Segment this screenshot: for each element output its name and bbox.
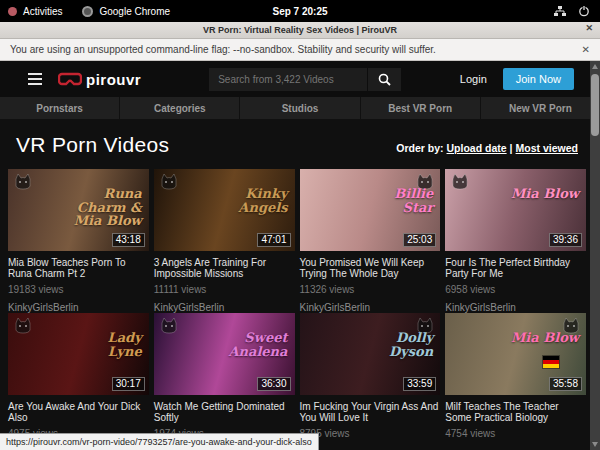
video-title[interactable]: Milf Teaches The Teacher Some Practical … (445, 401, 586, 423)
video-card[interactable]: Lady Lyne 30:17 Are You Awake And Your D… (8, 313, 149, 446)
scrollbar-thumb[interactable] (591, 74, 599, 136)
video-thumbnail[interactable]: Lady Lyne 30:17 (8, 313, 149, 395)
video-card[interactable]: Runa Charm & Mia Blow 43:18 Mia Blow Tea… (8, 169, 149, 313)
recording-indicator-icon (8, 7, 17, 16)
german-flag-icon (542, 355, 560, 369)
order-separator: | (510, 142, 513, 154)
video-title[interactable]: Four Is The Perfect Birthday Party For M… (445, 257, 586, 279)
video-title[interactable]: You Promised We Will Keep Trying The Who… (300, 257, 441, 279)
video-title[interactable]: Im Fucking Your Virgin Ass And You Will … (300, 401, 441, 423)
video-card[interactable]: Sweet Analena 36:30 Watch Me Getting Dom… (154, 313, 295, 446)
video-thumbnail[interactable]: Dolly Dyson 33:59 (300, 313, 441, 395)
power-icon[interactable] (578, 5, 590, 17)
tab-title: VR Porn: Virtual Reality Sex Videos | Pi… (203, 25, 397, 35)
warning-text: You are using an unsupported command-lin… (10, 44, 436, 55)
video-studio-link[interactable]: KinkyGirlsBerlin (300, 302, 441, 313)
chrome-app-icon (82, 6, 93, 17)
order-by-label: Order by: (396, 142, 443, 154)
focused-app-menu[interactable]: Google Chrome (99, 6, 170, 17)
duration-badge: 30:17 (112, 377, 145, 391)
thumbnail-performer-name: Mia Blow (511, 331, 579, 345)
video-grid: Runa Charm & Mia Blow 43:18 Mia Blow Tea… (8, 169, 586, 446)
video-thumbnail[interactable]: Mia Blow 39:36 (445, 169, 586, 251)
activities-button[interactable]: Activities (23, 6, 62, 17)
thumbnail-performer-name: Kinky Angels (218, 187, 288, 214)
clock[interactable]: Sep 7 20:25 (272, 6, 327, 17)
site-header: pirouvr Login Join Now (0, 61, 600, 97)
duration-badge: 35:58 (549, 377, 582, 391)
search-input[interactable] (209, 68, 367, 91)
search-icon (378, 73, 391, 86)
duration-badge: 33:59 (403, 377, 436, 391)
thumbnail-performer-name: Lady Lyne (72, 331, 142, 358)
video-title[interactable]: Are You Awake And Your Dick Also (8, 401, 149, 423)
video-studio-link[interactable]: KinkyGirlsBerlin (8, 302, 149, 313)
nav-item-new-vr-porn[interactable]: New VR Porn (481, 97, 600, 119)
video-studio-link[interactable]: KinkyGirlsBerlin (445, 302, 586, 313)
video-thumbnail[interactable]: Kinky Angels 47:01 (154, 169, 295, 251)
video-views: 4754 views (445, 428, 586, 439)
video-title[interactable]: 3 Angels Are Training For Impossible Mis… (154, 257, 295, 279)
video-card[interactable]: Mia Blow 39:36 Four Is The Perfect Birth… (445, 169, 586, 313)
duration-badge: 36:30 (257, 377, 290, 391)
thumbnail-performer-name: Dolly Dyson (363, 331, 433, 358)
join-now-button[interactable]: Join Now (503, 68, 574, 90)
video-thumbnail[interactable]: Sweet Analena 36:30 (154, 313, 295, 395)
video-views: 11326 views (300, 284, 441, 295)
video-thumbnail[interactable]: Billie Star 25:03 (300, 169, 441, 251)
nav-item-best-vr-porn[interactable]: Best VR Porn (361, 97, 481, 119)
search-box (209, 68, 401, 91)
thumbnail-performer-name: Billie Star (363, 187, 433, 214)
thumbnail-performer-name: Runa Charm & Mia Blow (72, 187, 142, 228)
scroll-down-icon[interactable] (592, 442, 598, 447)
duration-badge: 25:03 (403, 233, 436, 247)
studio-watermark-icon (13, 317, 33, 334)
search-button[interactable] (367, 68, 401, 91)
warning-close-icon[interactable]: ✕ (582, 44, 590, 55)
page-heading-row: VR Porn Videos Order by: Upload date|Mos… (0, 119, 600, 169)
network-icon[interactable] (554, 5, 566, 17)
duration-badge: 47:01 (257, 233, 290, 247)
thumbnail-performer-name: Sweet Analena (218, 331, 288, 358)
video-card[interactable]: Mia Blow 35:58 Milf Teaches The Teacher … (445, 313, 586, 446)
system-top-bar: Activities Google Chrome Sep 7 20:25 (0, 0, 600, 22)
studio-watermark-icon (13, 173, 33, 190)
window-close-icon[interactable]: ✕ (585, 23, 593, 33)
video-views: 8795 views (300, 428, 441, 439)
video-title[interactable]: Watch Me Getting Dominated Softly (154, 401, 295, 423)
order-by: Order by: Upload date|Most viewed (396, 142, 578, 157)
video-card[interactable]: Kinky Angels 47:01 3 Angels Are Training… (154, 169, 295, 313)
main-nav: PornstarsCategoriesStudiosBest VR PornNe… (0, 97, 600, 119)
studio-watermark-icon (159, 173, 179, 190)
browser-title-bar: VR Porn: Virtual Reality Sex Videos | Pi… (0, 22, 600, 39)
login-button[interactable]: Login (454, 69, 493, 89)
studio-watermark-icon (159, 317, 179, 334)
page-scrollbar[interactable] (590, 61, 600, 450)
site-logo[interactable]: pirouvr (58, 71, 141, 88)
site-logo-text: pirouvr (86, 71, 141, 88)
duration-badge: 39:36 (549, 233, 582, 247)
order-link-upload-date[interactable]: Upload date (447, 142, 507, 154)
video-thumbnail[interactable]: Runa Charm & Mia Blow 43:18 (8, 169, 149, 251)
video-views: 19183 views (8, 284, 149, 295)
duration-badge: 43:18 (112, 233, 145, 247)
video-title[interactable]: Mia Blow Teaches Porn To Runa Charm Pt 2 (8, 257, 149, 279)
video-card[interactable]: Dolly Dyson 33:59 Im Fucking Your Virgin… (300, 313, 441, 446)
video-card[interactable]: Billie Star 25:03 You Promised We Will K… (300, 169, 441, 313)
nav-item-studios[interactable]: Studios (240, 97, 360, 119)
page-viewport: pirouvr Login Join Now PornstarsCategori… (0, 61, 600, 450)
nav-item-categories[interactable]: Categories (120, 97, 240, 119)
page-title: VR Porn Videos (16, 133, 169, 157)
sandbox-warning-bar: You are using an unsupported command-lin… (0, 39, 600, 61)
video-views: 6958 views (445, 284, 586, 295)
scroll-up-icon[interactable] (592, 64, 598, 69)
video-thumbnail[interactable]: Mia Blow 35:58 (445, 313, 586, 395)
menu-hamburger-icon[interactable] (28, 73, 42, 85)
thumbnail-performer-name: Mia Blow (511, 187, 579, 201)
order-link-most-viewed[interactable]: Most viewed (516, 142, 578, 154)
nav-item-pornstars[interactable]: Pornstars (0, 97, 120, 119)
status-url-bubble: https://pirouvr.com/vr-porn-video/779325… (0, 433, 319, 450)
video-views: 11111 views (154, 284, 295, 295)
video-studio-link[interactable]: KinkyGirlsBerlin (154, 302, 295, 313)
studio-watermark-icon (450, 173, 470, 190)
